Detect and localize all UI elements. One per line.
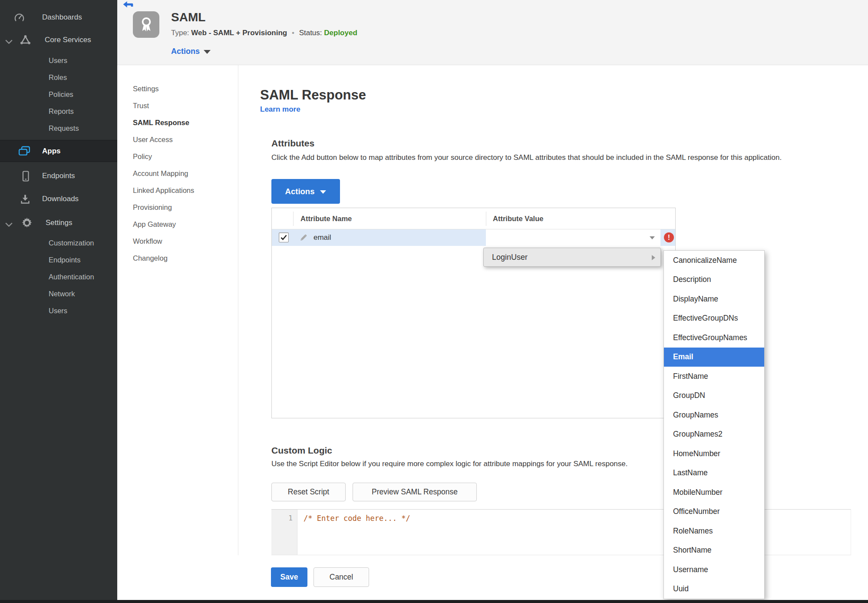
- attribute-option[interactable]: CanonicalizeName: [664, 251, 764, 270]
- attribute-option[interactable]: Description: [664, 270, 764, 290]
- mobile-device-icon: [20, 170, 31, 182]
- attributes-actions-button[interactable]: Actions: [271, 179, 340, 204]
- attribute-option[interactable]: OfficeNumber: [664, 502, 764, 522]
- sidebar-subitem[interactable]: Users: [0, 52, 117, 69]
- sidebar-subitem[interactable]: Customization: [0, 235, 117, 252]
- sidebar-item-endpoints[interactable]: Endpoints: [0, 169, 117, 183]
- app-nav-item[interactable]: App Gateway: [133, 216, 194, 233]
- attribute-option[interactable]: HomeNumber: [664, 444, 764, 464]
- app-nav-item[interactable]: Settings: [133, 80, 194, 97]
- app-nav-item[interactable]: Linked Applications: [133, 182, 194, 199]
- back-arrow-icon[interactable]: [123, 1, 133, 9]
- nav-content-divider: [238, 65, 238, 555]
- preview-saml-response-button[interactable]: Preview SAML Response: [353, 483, 477, 501]
- table-row[interactable]: email !: [272, 229, 675, 246]
- line-number: 1: [271, 510, 297, 527]
- sidebar-item-label: Endpoints: [42, 172, 75, 180]
- app-nav-item[interactable]: Workflow: [133, 233, 194, 250]
- sidebar-subitem[interactable]: Endpoints: [0, 252, 117, 268]
- app-nav-item[interactable]: Provisioning: [133, 199, 194, 216]
- app-nav-item[interactable]: Changelog: [133, 250, 194, 267]
- attribute-option[interactable]: Uuid: [664, 580, 764, 599]
- app-nav-item[interactable]: SAML Response: [133, 114, 194, 131]
- actions-button-label: Actions: [285, 187, 315, 196]
- attribute-option[interactable]: EffectiveGroupNames: [664, 328, 764, 348]
- sidebar-subitem[interactable]: Policies: [0, 86, 117, 103]
- app-nav-item[interactable]: Trust: [133, 97, 194, 114]
- app-window: Dashboards Core Services UsersRolesPolic…: [0, 0, 868, 603]
- attribute-name-cell: email: [314, 229, 331, 246]
- sidebar-subitem[interactable]: Roles: [0, 69, 117, 86]
- save-button[interactable]: Save: [271, 567, 307, 587]
- page-title: SAML Response: [260, 87, 366, 103]
- attribute-option[interactable]: LastName: [664, 464, 764, 483]
- sidebar-item-core-services[interactable]: Core Services: [0, 33, 117, 47]
- window-bottom-edge: [0, 600, 868, 603]
- custom-logic-heading: Custom Logic: [271, 445, 332, 456]
- attributes-table: Attribute Name Attribute Value email: [271, 208, 676, 418]
- status-badge: Deployed: [324, 29, 357, 37]
- attribute-option[interactable]: RoleNames: [664, 521, 764, 541]
- learn-more-link[interactable]: Learn more: [260, 105, 300, 114]
- attribute-value-select[interactable]: [486, 229, 660, 246]
- header-actions-label: Actions: [171, 47, 200, 56]
- caret-down-icon: [320, 190, 326, 194]
- reset-script-button[interactable]: Reset Script: [271, 483, 346, 501]
- column-header-attribute-value: Attribute Value: [493, 208, 543, 229]
- app-nav-item[interactable]: Account Mapping: [133, 165, 194, 182]
- app-settings-nav: SettingsTrustSAML ResponseUser AccessPol…: [133, 80, 194, 267]
- attributes-heading: Attributes: [271, 138, 314, 149]
- table-header: Attribute Name Attribute Value: [272, 208, 675, 229]
- attribute-option[interactable]: MobileNumber: [664, 483, 764, 502]
- sidebar-item-label: Downloads: [42, 195, 79, 203]
- main-sidebar: Dashboards Core Services UsersRolesPolic…: [0, 0, 117, 603]
- cancel-button[interactable]: Cancel: [314, 567, 369, 587]
- sidebar-subitem[interactable]: Requests: [0, 120, 117, 137]
- attribute-option[interactable]: GroupNames2: [664, 425, 764, 444]
- menu-item-loginuser: LoginUser: [492, 253, 528, 262]
- attribute-option[interactable]: FirstName: [664, 367, 764, 386]
- sidebar-subitem[interactable]: Network: [0, 285, 117, 302]
- sidebar-item-settings[interactable]: Settings: [0, 215, 117, 230]
- editor-gutter: 1: [271, 510, 297, 555]
- status-label: Status:: [299, 29, 322, 37]
- saml-app-icon: [133, 11, 159, 38]
- dashboard-gauge-icon: [13, 12, 25, 23]
- sidebar-item-apps[interactable]: Apps: [0, 140, 117, 162]
- value-dropdown-menu[interactable]: LoginUser: [483, 248, 661, 267]
- attribute-option[interactable]: DisplayName: [664, 289, 764, 309]
- meta-separator: •: [292, 29, 294, 37]
- sidebar-item-downloads[interactable]: Downloads: [0, 192, 117, 206]
- app-title: SAML: [171, 10, 205, 24]
- app-meta: Type: Web - SAML + Provisioning • Status…: [171, 29, 357, 37]
- core-services-icon: [20, 34, 31, 46]
- sidebar-subitem[interactable]: Users: [0, 302, 117, 319]
- header-actions-menu[interactable]: Actions: [171, 47, 211, 56]
- validation-error-icon: !: [664, 232, 674, 242]
- app-nav-item[interactable]: User Access: [133, 131, 194, 148]
- sidebar-item-label: Settings: [46, 219, 72, 227]
- sidebar-subitem[interactable]: Authentication: [0, 268, 117, 285]
- column-header-attribute-name: Attribute Name: [300, 208, 352, 229]
- row-checkbox[interactable]: [279, 232, 289, 242]
- type-label: Type:: [171, 29, 189, 37]
- sidebar-item-label: Core Services: [45, 36, 91, 44]
- attribute-option[interactable]: Email: [664, 348, 764, 367]
- attribute-option[interactable]: GroupDN: [664, 386, 764, 406]
- edit-pencil-icon[interactable]: [300, 234, 307, 242]
- sidebar-item-dashboards[interactable]: Dashboards: [0, 10, 117, 25]
- sidebar-subitem[interactable]: Reports: [0, 103, 117, 120]
- chevron-down-icon: [650, 236, 655, 239]
- attribute-option[interactable]: EffectiveGroupDNs: [664, 309, 764, 328]
- attribute-option[interactable]: GroupNames: [664, 405, 764, 425]
- download-icon: [19, 193, 31, 205]
- custom-logic-description: Use the Script Editor below if you requi…: [271, 460, 627, 468]
- sidebar-item-label: Apps: [42, 147, 61, 156]
- column-divider: [486, 212, 486, 226]
- sidebar-item-label: Dashboards: [42, 13, 82, 22]
- attribute-option[interactable]: ShortName: [664, 541, 764, 560]
- attribute-option[interactable]: Username: [664, 560, 764, 580]
- attribute-submenu: CanonicalizeNameDescriptionDisplayNameEf…: [663, 250, 765, 599]
- app-nav-item[interactable]: Policy: [133, 148, 194, 165]
- code-input[interactable]: /* Enter code here... */: [304, 510, 849, 527]
